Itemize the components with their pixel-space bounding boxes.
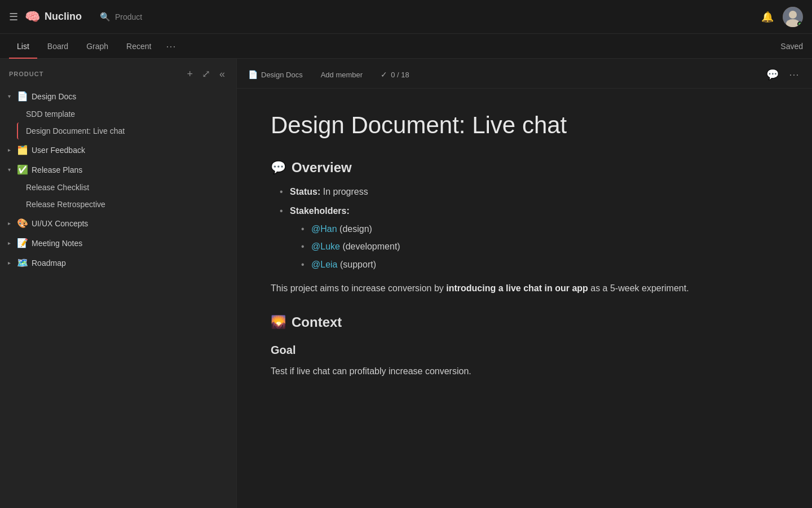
content-topbar: 📄 Design Docs Add member ✓ 0 / 18 💬 ⋯ <box>237 59 812 89</box>
roadmap-label: Roadmap <box>32 259 216 268</box>
hamburger-icon[interactable]: ☰ <box>9 11 18 23</box>
tab-graph[interactable]: Graph <box>78 38 116 54</box>
sidebar-item-design-doc-live-chat[interactable]: Design Document: Live chat <box>17 122 234 139</box>
bell-icon[interactable]: 🔔 <box>761 11 774 23</box>
sidebar-item-release-plans[interactable]: ▾ ✅ Release Plans ⧉ <box>2 160 234 179</box>
release-retrospective-label: Release Retrospective <box>26 200 105 209</box>
chevron-right-icon-4: ▸ <box>8 240 17 246</box>
status-item: Status: In progress <box>280 185 778 199</box>
stakeholder-luke: @Luke (development) <box>301 239 778 254</box>
sidebar-item-release-retrospective[interactable]: Release Retrospective <box>17 196 234 213</box>
sidebar-item-meeting-notes[interactable]: ▸ 📝 Meeting Notes ⧉ <box>2 234 234 252</box>
meeting-notes-copy-icon[interactable]: ⧉ <box>216 238 225 248</box>
design-docs-children: SDD template Design Document: Live chat <box>15 106 236 139</box>
sidebar-group-release-plans: ▾ ✅ Release Plans ⧉ Release Checklist Re… <box>0 160 236 213</box>
design-docs-label: Design Docs <box>32 92 216 101</box>
user-feedback-icon: 🗂️ <box>17 144 28 155</box>
tab-recent[interactable]: Recent <box>118 38 159 54</box>
stakeholders-list: @Han (design) @Luke (development) @Leia … <box>290 222 778 272</box>
overview-heading-text: Overview <box>292 160 352 176</box>
sidebar-header: PRODUCT + ⤢ « <box>0 59 236 87</box>
nav-tabs: List Board Graph Recent ⋯ Saved <box>0 34 812 59</box>
task-progress-value: 0 / 18 <box>391 71 409 79</box>
design-docs-icon: 📄 <box>17 91 28 102</box>
release-plans-copy-icon[interactable]: ⧉ <box>216 164 225 175</box>
nav-more-button[interactable]: ⋯ <box>161 38 180 55</box>
overview-list: Status: In progress Stakeholders: @Han (… <box>271 185 778 271</box>
search-placeholder: Product <box>115 12 142 21</box>
user-feedback-copy-icon[interactable]: ⧉ <box>216 144 225 155</box>
sidebar-item-sdd-template[interactable]: SDD template <box>17 106 234 122</box>
goal-text: Test if live chat can profitably increas… <box>271 364 778 379</box>
sidebar-title: PRODUCT <box>9 71 180 77</box>
chevron-right-icon: ▸ <box>8 147 17 153</box>
comment-button[interactable]: 💬 <box>765 67 780 82</box>
uiux-copy-icon[interactable]: ⧉ <box>216 218 225 229</box>
chevron-down-icon: ▾ <box>8 93 17 99</box>
sidebar-group-roadmap: ▸ 🗺️ Roadmap ⧉ <box>0 253 236 272</box>
app-name: Nuclino <box>45 11 82 23</box>
stakeholder-han: @Han (design) <box>301 222 778 237</box>
design-doc-live-chat-label: Design Document: Live chat <box>26 126 125 135</box>
release-plans-children: Release Checklist Release Retrospective <box>15 179 236 213</box>
stakeholders-label: Stakeholders: <box>290 206 350 216</box>
chevron-right-icon-5: ▸ <box>8 260 17 266</box>
user-feedback-label: User Feedback <box>32 146 216 155</box>
mention-han[interactable]: @Han <box>311 224 337 234</box>
release-checklist-label: Release Checklist <box>26 183 89 192</box>
topbar-right: 🔔 <box>761 7 803 27</box>
breadcrumb[interactable]: 📄 Design Docs <box>248 70 303 79</box>
add-member-button[interactable]: Add member <box>316 69 367 81</box>
goal-heading: Goal <box>271 344 778 357</box>
sidebar: PRODUCT + ⤢ « ▾ 📄 Design Docs ⧉ SDD temp… <box>0 59 237 508</box>
release-plans-icon: ✅ <box>17 164 28 175</box>
chevron-right-icon-3: ▸ <box>8 220 17 226</box>
sidebar-item-design-docs[interactable]: ▾ 📄 Design Docs ⧉ <box>2 87 234 106</box>
release-plans-label: Release Plans <box>32 165 216 174</box>
sidebar-item-user-feedback[interactable]: ▸ 🗂️ User Feedback ⧉ <box>2 141 234 159</box>
context-heading-text: Context <box>292 314 342 330</box>
prose-after-bold: as a 5-week experiment. <box>588 283 689 293</box>
prose-before-bold: This project aims to increase conversion… <box>271 283 446 293</box>
uiux-label: UI/UX Concepts <box>32 219 216 228</box>
sidebar-item-uiux-concepts[interactable]: ▸ 🎨 UI/UX Concepts ⧉ <box>2 214 234 233</box>
design-docs-copy-icon[interactable]: ⧉ <box>216 91 225 102</box>
saved-indicator: Saved <box>780 42 803 51</box>
prose-bold: introducing a live chat in our app <box>446 283 588 293</box>
avatar[interactable] <box>783 7 803 27</box>
breadcrumb-icon: 📄 <box>248 70 258 79</box>
content-area: 📄 Design Docs Add member ✓ 0 / 18 💬 ⋯ De… <box>237 59 812 508</box>
sidebar-item-roadmap[interactable]: ▸ 🗺️ Roadmap ⧉ <box>2 253 234 272</box>
more-options-button[interactable]: ⋯ <box>787 67 801 82</box>
content-topbar-right: 💬 ⋯ <box>765 67 801 82</box>
sidebar-item-release-checklist[interactable]: Release Checklist <box>17 179 234 196</box>
sidebar-add-button[interactable]: + <box>184 67 195 81</box>
roadmap-icon: 🗺️ <box>17 257 28 268</box>
svg-point-1 <box>789 11 797 19</box>
sidebar-expand-button[interactable]: ⤢ <box>200 67 213 81</box>
topbar-left: ☰ 🧠 Nuclino 🔍 Product <box>9 10 142 24</box>
main-layout: PRODUCT + ⤢ « ▾ 📄 Design Docs ⧉ SDD temp… <box>0 59 812 508</box>
overview-icon: 💬 <box>271 160 286 175</box>
uiux-icon: 🎨 <box>17 218 28 229</box>
sidebar-collapse-button[interactable]: « <box>217 67 227 81</box>
overview-prose: This project aims to increase conversion… <box>271 281 778 296</box>
logo-area: 🧠 Nuclino <box>25 10 82 24</box>
tab-list[interactable]: List <box>9 38 37 54</box>
roadmap-copy-icon[interactable]: ⧉ <box>216 257 225 268</box>
mention-luke[interactable]: @Luke <box>311 242 340 251</box>
task-progress: ✓ 0 / 18 <box>381 70 409 79</box>
context-heading: 🌄 Context <box>271 314 778 330</box>
document-content: Design Document: Live chat 💬 Overview St… <box>237 89 812 508</box>
context-icon: 🌄 <box>271 315 286 330</box>
overview-heading: 💬 Overview <box>271 160 778 176</box>
search-area[interactable]: 🔍 Product <box>100 12 142 22</box>
stakeholders-item: Stakeholders: @Han (design) @Luke (devel… <box>280 204 778 271</box>
sidebar-group-meeting-notes: ▸ 📝 Meeting Notes ⧉ <box>0 234 236 252</box>
topbar: ☰ 🧠 Nuclino 🔍 Product 🔔 <box>0 0 812 34</box>
breadcrumb-label: Design Docs <box>261 71 303 79</box>
stakeholder-leia: @Leia (support) <box>301 257 778 272</box>
mention-leia[interactable]: @Leia <box>311 260 338 269</box>
search-icon: 🔍 <box>100 12 111 22</box>
tab-board[interactable]: Board <box>39 38 76 54</box>
